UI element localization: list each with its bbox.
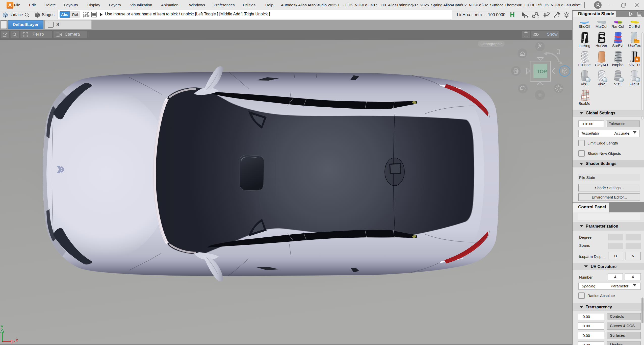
svg-text:y: y: [1, 324, 3, 329]
svg-text:V: V: [636, 57, 638, 61]
svg-text:x: x: [16, 338, 18, 343]
svg-text:Orthographic: Orthographic: [480, 42, 502, 46]
svg-text:TOP: TOP: [537, 68, 547, 74]
